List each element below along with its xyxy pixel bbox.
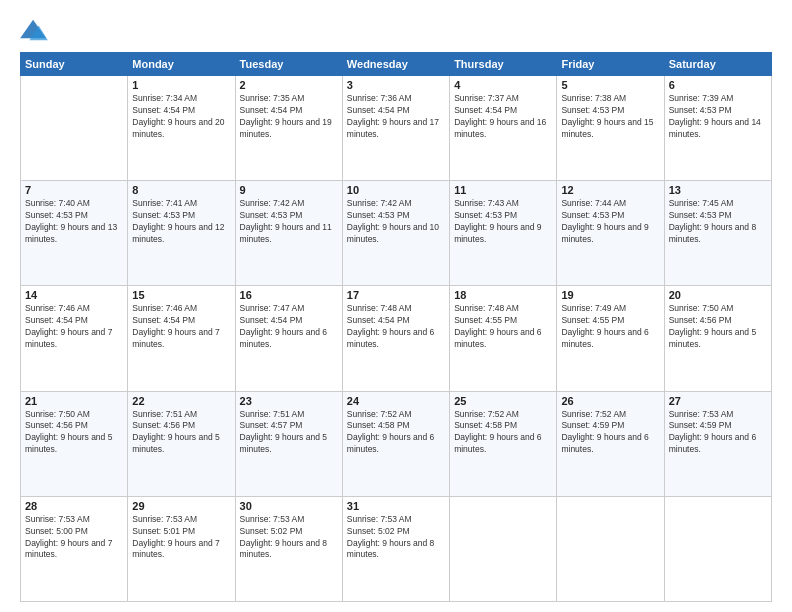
day-info: Sunrise: 7:51 AMSunset: 4:56 PMDaylight:… <box>132 409 230 457</box>
day-info: Sunrise: 7:34 AMSunset: 4:54 PMDaylight:… <box>132 93 230 141</box>
day-cell <box>450 496 557 601</box>
day-number: 1 <box>132 79 230 91</box>
day-cell: 2Sunrise: 7:35 AMSunset: 4:54 PMDaylight… <box>235 76 342 181</box>
day-info: Sunrise: 7:44 AMSunset: 4:53 PMDaylight:… <box>561 198 659 246</box>
day-cell: 27Sunrise: 7:53 AMSunset: 4:59 PMDayligh… <box>664 391 771 496</box>
day-info: Sunrise: 7:48 AMSunset: 4:55 PMDaylight:… <box>454 303 552 351</box>
logo <box>20 18 54 42</box>
calendar: SundayMondayTuesdayWednesdayThursdayFrid… <box>20 52 772 602</box>
day-info: Sunrise: 7:50 AMSunset: 4:56 PMDaylight:… <box>669 303 767 351</box>
day-info: Sunrise: 7:37 AMSunset: 4:54 PMDaylight:… <box>454 93 552 141</box>
day-cell: 20Sunrise: 7:50 AMSunset: 4:56 PMDayligh… <box>664 286 771 391</box>
day-cell: 24Sunrise: 7:52 AMSunset: 4:58 PMDayligh… <box>342 391 449 496</box>
day-number: 13 <box>669 184 767 196</box>
day-cell: 10Sunrise: 7:42 AMSunset: 4:53 PMDayligh… <box>342 181 449 286</box>
day-info: Sunrise: 7:53 AMSunset: 4:59 PMDaylight:… <box>669 409 767 457</box>
day-cell: 5Sunrise: 7:38 AMSunset: 4:53 PMDaylight… <box>557 76 664 181</box>
day-info: Sunrise: 7:53 AMSunset: 5:00 PMDaylight:… <box>25 514 123 562</box>
weekday-header-wednesday: Wednesday <box>342 53 449 76</box>
weekday-header-monday: Monday <box>128 53 235 76</box>
day-info: Sunrise: 7:52 AMSunset: 4:59 PMDaylight:… <box>561 409 659 457</box>
day-info: Sunrise: 7:48 AMSunset: 4:54 PMDaylight:… <box>347 303 445 351</box>
day-number: 31 <box>347 500 445 512</box>
day-cell <box>21 76 128 181</box>
weekday-header-row: SundayMondayTuesdayWednesdayThursdayFrid… <box>21 53 772 76</box>
weekday-header-saturday: Saturday <box>664 53 771 76</box>
weekday-header-sunday: Sunday <box>21 53 128 76</box>
day-number: 20 <box>669 289 767 301</box>
day-cell: 30Sunrise: 7:53 AMSunset: 5:02 PMDayligh… <box>235 496 342 601</box>
day-cell: 15Sunrise: 7:46 AMSunset: 4:54 PMDayligh… <box>128 286 235 391</box>
day-number: 15 <box>132 289 230 301</box>
day-number: 9 <box>240 184 338 196</box>
day-number: 7 <box>25 184 123 196</box>
week-row-5: 28Sunrise: 7:53 AMSunset: 5:00 PMDayligh… <box>21 496 772 601</box>
day-number: 28 <box>25 500 123 512</box>
weekday-header-thursday: Thursday <box>450 53 557 76</box>
day-cell: 19Sunrise: 7:49 AMSunset: 4:55 PMDayligh… <box>557 286 664 391</box>
day-cell: 25Sunrise: 7:52 AMSunset: 4:58 PMDayligh… <box>450 391 557 496</box>
day-number: 4 <box>454 79 552 91</box>
weekday-header-tuesday: Tuesday <box>235 53 342 76</box>
day-cell <box>664 496 771 601</box>
day-info: Sunrise: 7:53 AMSunset: 5:01 PMDaylight:… <box>132 514 230 562</box>
week-row-2: 7Sunrise: 7:40 AMSunset: 4:53 PMDaylight… <box>21 181 772 286</box>
day-number: 14 <box>25 289 123 301</box>
day-info: Sunrise: 7:49 AMSunset: 4:55 PMDaylight:… <box>561 303 659 351</box>
day-number: 26 <box>561 395 659 407</box>
day-info: Sunrise: 7:52 AMSunset: 4:58 PMDaylight:… <box>454 409 552 457</box>
day-info: Sunrise: 7:52 AMSunset: 4:58 PMDaylight:… <box>347 409 445 457</box>
day-info: Sunrise: 7:53 AMSunset: 5:02 PMDaylight:… <box>347 514 445 562</box>
day-cell: 17Sunrise: 7:48 AMSunset: 4:54 PMDayligh… <box>342 286 449 391</box>
day-cell: 18Sunrise: 7:48 AMSunset: 4:55 PMDayligh… <box>450 286 557 391</box>
day-cell: 31Sunrise: 7:53 AMSunset: 5:02 PMDayligh… <box>342 496 449 601</box>
day-cell: 16Sunrise: 7:47 AMSunset: 4:54 PMDayligh… <box>235 286 342 391</box>
weekday-header-friday: Friday <box>557 53 664 76</box>
day-cell: 3Sunrise: 7:36 AMSunset: 4:54 PMDaylight… <box>342 76 449 181</box>
day-number: 30 <box>240 500 338 512</box>
day-cell: 29Sunrise: 7:53 AMSunset: 5:01 PMDayligh… <box>128 496 235 601</box>
day-number: 5 <box>561 79 659 91</box>
week-row-4: 21Sunrise: 7:50 AMSunset: 4:56 PMDayligh… <box>21 391 772 496</box>
day-info: Sunrise: 7:53 AMSunset: 5:02 PMDaylight:… <box>240 514 338 562</box>
day-info: Sunrise: 7:50 AMSunset: 4:56 PMDaylight:… <box>25 409 123 457</box>
day-number: 27 <box>669 395 767 407</box>
day-info: Sunrise: 7:35 AMSunset: 4:54 PMDaylight:… <box>240 93 338 141</box>
day-info: Sunrise: 7:43 AMSunset: 4:53 PMDaylight:… <box>454 198 552 246</box>
day-cell: 14Sunrise: 7:46 AMSunset: 4:54 PMDayligh… <box>21 286 128 391</box>
day-info: Sunrise: 7:41 AMSunset: 4:53 PMDaylight:… <box>132 198 230 246</box>
day-number: 2 <box>240 79 338 91</box>
day-info: Sunrise: 7:40 AMSunset: 4:53 PMDaylight:… <box>25 198 123 246</box>
day-cell: 26Sunrise: 7:52 AMSunset: 4:59 PMDayligh… <box>557 391 664 496</box>
day-number: 24 <box>347 395 445 407</box>
day-number: 16 <box>240 289 338 301</box>
day-info: Sunrise: 7:51 AMSunset: 4:57 PMDaylight:… <box>240 409 338 457</box>
day-cell: 8Sunrise: 7:41 AMSunset: 4:53 PMDaylight… <box>128 181 235 286</box>
day-number: 23 <box>240 395 338 407</box>
day-cell <box>557 496 664 601</box>
day-number: 22 <box>132 395 230 407</box>
day-info: Sunrise: 7:45 AMSunset: 4:53 PMDaylight:… <box>669 198 767 246</box>
page: SundayMondayTuesdayWednesdayThursdayFrid… <box>0 0 792 612</box>
day-cell: 28Sunrise: 7:53 AMSunset: 5:00 PMDayligh… <box>21 496 128 601</box>
day-number: 19 <box>561 289 659 301</box>
day-info: Sunrise: 7:39 AMSunset: 4:53 PMDaylight:… <box>669 93 767 141</box>
day-cell: 4Sunrise: 7:37 AMSunset: 4:54 PMDaylight… <box>450 76 557 181</box>
day-info: Sunrise: 7:36 AMSunset: 4:54 PMDaylight:… <box>347 93 445 141</box>
day-number: 29 <box>132 500 230 512</box>
day-number: 6 <box>669 79 767 91</box>
day-number: 11 <box>454 184 552 196</box>
day-cell: 22Sunrise: 7:51 AMSunset: 4:56 PMDayligh… <box>128 391 235 496</box>
day-number: 3 <box>347 79 445 91</box>
day-cell: 6Sunrise: 7:39 AMSunset: 4:53 PMDaylight… <box>664 76 771 181</box>
week-row-1: 1Sunrise: 7:34 AMSunset: 4:54 PMDaylight… <box>21 76 772 181</box>
day-number: 21 <box>25 395 123 407</box>
day-info: Sunrise: 7:46 AMSunset: 4:54 PMDaylight:… <box>25 303 123 351</box>
day-number: 8 <box>132 184 230 196</box>
day-cell: 9Sunrise: 7:42 AMSunset: 4:53 PMDaylight… <box>235 181 342 286</box>
day-number: 17 <box>347 289 445 301</box>
day-info: Sunrise: 7:47 AMSunset: 4:54 PMDaylight:… <box>240 303 338 351</box>
day-cell: 13Sunrise: 7:45 AMSunset: 4:53 PMDayligh… <box>664 181 771 286</box>
day-cell: 11Sunrise: 7:43 AMSunset: 4:53 PMDayligh… <box>450 181 557 286</box>
day-number: 25 <box>454 395 552 407</box>
